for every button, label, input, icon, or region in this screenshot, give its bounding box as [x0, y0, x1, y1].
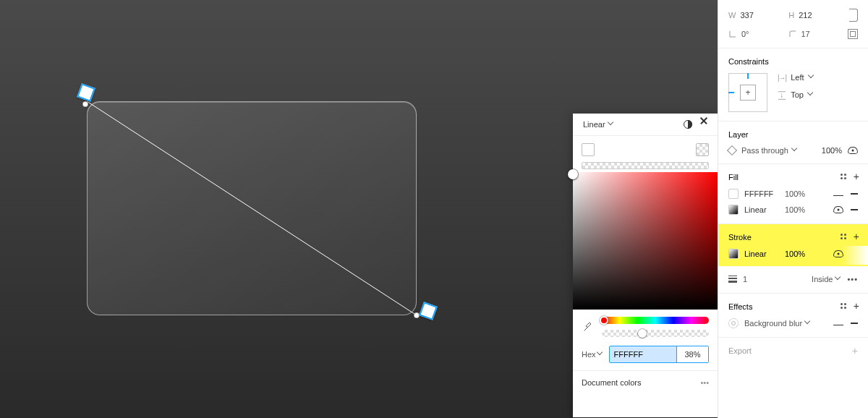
stroke-item[interactable]: Linear 100%: [728, 249, 858, 259]
constraints-section: Constraints + |→| Left |→| Top: [718, 48, 868, 121]
section-title: Layer: [728, 130, 858, 139]
link-wh-icon[interactable]: [849, 9, 858, 22]
visibility-toggle[interactable]: [833, 206, 843, 213]
section-title: Effects: [728, 302, 858, 311]
gradient-handle-end[interactable]: [419, 302, 438, 320]
chevron-down-icon: [808, 92, 814, 98]
fill-section: Fill + FFFFFF 100% Linear 100%: [718, 164, 868, 224]
corner-icon: [788, 30, 797, 38]
constraint-h-dropdown[interactable]: |→| Left: [778, 73, 814, 82]
hue-slider[interactable]: [602, 317, 709, 324]
hex-input[interactable]: [610, 346, 676, 362]
document-colors-label: Document colors: [582, 378, 642, 387]
remove-effect-button[interactable]: [851, 323, 858, 324]
color-model-dropdown[interactable]: Hex: [582, 350, 603, 359]
layer-section: Layer Pass through 100%: [718, 121, 868, 164]
close-button[interactable]: [699, 119, 709, 129]
section-title: Fill: [728, 173, 858, 182]
hue-thumb[interactable]: [600, 316, 608, 325]
independent-corners-icon[interactable]: [848, 29, 858, 39]
opacity-input[interactable]: 38%: [676, 346, 708, 362]
constraint-v-dropdown[interactable]: |→| Top: [778, 90, 814, 99]
visibility-toggle[interactable]: [833, 321, 843, 325]
gradient-stop-end-swatch[interactable]: [696, 143, 709, 156]
gradient-stop-start-swatch[interactable]: [582, 143, 595, 156]
effect-settings-icon[interactable]: [728, 318, 739, 328]
stroke-align-dropdown[interactable]: Inside: [812, 275, 841, 283]
color-model-label: Hex: [582, 350, 596, 359]
visibility-toggle[interactable]: [833, 192, 843, 196]
alpha-thumb[interactable]: [638, 329, 647, 338]
gradient-handle-start[interactable]: [77, 83, 95, 102]
gradient-type-dropdown[interactable]: Linear: [583, 120, 677, 129]
gradient-track[interactable]: [582, 162, 709, 169]
blend-mode-icon[interactable]: [683, 119, 693, 129]
saturation-value-field[interactable]: [573, 172, 718, 310]
style-icon[interactable]: [841, 303, 846, 309]
visibility-toggle[interactable]: [833, 250, 843, 257]
style-icon[interactable]: [841, 234, 846, 239]
section-title: Constraints: [728, 57, 858, 66]
blend-mode-icon: [727, 145, 737, 155]
chevron-down-icon: [608, 121, 614, 127]
fill-swatch[interactable]: [728, 205, 739, 215]
rotation-field[interactable]: 0°: [728, 30, 774, 38]
transform-section: W 337 H 212 0° 17: [718, 0, 868, 48]
effect-item[interactable]: Background blur: [728, 318, 858, 328]
height-field[interactable]: H 212: [788, 9, 834, 22]
visibility-toggle[interactable]: [848, 147, 858, 154]
stroke-weight-icon: [728, 274, 737, 284]
export-section: Export +: [718, 338, 868, 364]
add-stroke-button[interactable]: +: [854, 233, 859, 240]
corner-radius-field[interactable]: 17: [788, 30, 834, 38]
chevron-down-icon: [835, 276, 841, 282]
stroke-weight-input[interactable]: 1: [743, 275, 747, 283]
dots-icon[interactable]: •••: [700, 378, 709, 387]
stroke-swatch[interactable]: [728, 249, 739, 259]
stroke-section: Stroke + Linear 100% 1 Inside •••: [718, 224, 868, 294]
layer-opacity[interactable]: 100%: [822, 146, 842, 155]
add-effect-button[interactable]: +: [854, 302, 859, 310]
section-title: Stroke: [728, 233, 858, 242]
fill-item[interactable]: Linear 100%: [728, 205, 858, 215]
gradient-endpoint-start[interactable]: [82, 101, 88, 107]
eyedropper-icon: [582, 321, 594, 333]
add-fill-button[interactable]: +: [854, 173, 859, 180]
chevron-down-icon: [805, 320, 811, 326]
effects-section: Effects + Background blur: [718, 294, 868, 338]
color-picker-popover: Linear Hex 38% Doc: [573, 114, 718, 417]
effect-type-dropdown[interactable]: Background blur: [744, 319, 811, 328]
chevron-down-icon: [597, 351, 603, 357]
stroke-advanced-button[interactable]: •••: [847, 275, 858, 283]
sv-thumb[interactable]: [568, 169, 578, 179]
section-title: Export: [728, 346, 752, 355]
blend-mode-dropdown[interactable]: Pass through: [741, 146, 798, 155]
fill-item[interactable]: FFFFFF 100%: [728, 189, 858, 199]
gradient-type-label: Linear: [583, 120, 605, 129]
alpha-slider[interactable]: [602, 330, 709, 337]
add-export-button[interactable]: +: [852, 347, 858, 354]
selected-shape[interactable]: [87, 101, 417, 315]
constraints-widget[interactable]: +: [728, 73, 767, 112]
remove-fill-button[interactable]: [851, 209, 858, 210]
chevron-down-icon: [792, 148, 798, 153]
properties-panel: W 337 H 212 0° 17 Constraints: [718, 0, 868, 418]
angle-icon: [728, 30, 737, 38]
width-field[interactable]: W 337: [728, 9, 774, 22]
style-icon[interactable]: [841, 174, 846, 179]
remove-fill-button[interactable]: [851, 193, 858, 195]
close-icon: [699, 120, 708, 129]
fill-swatch[interactable]: [728, 189, 739, 199]
chevron-down-icon: [809, 74, 814, 80]
eyedropper-button[interactable]: [582, 320, 595, 333]
